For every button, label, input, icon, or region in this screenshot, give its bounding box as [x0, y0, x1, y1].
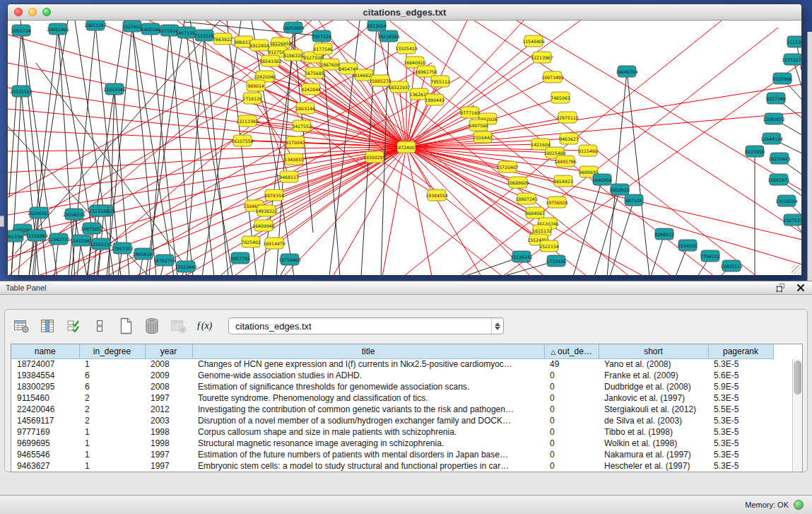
graph-node[interactable]: 2055724 [11, 25, 31, 36]
zoom-window-button[interactable] [42, 8, 51, 16]
table-row[interactable]: 977716911998Corpus callosum shape and si… [11, 426, 773, 438]
window-resize-grip[interactable] [792, 265, 801, 274]
delete-column-trash-button[interactable] [141, 316, 163, 336]
graph-node[interactable]: 12505135 [90, 238, 112, 250]
table-selector-dropdown[interactable]: citations_edges.txt [228, 317, 504, 334]
table-row[interactable]: 911546021997Tourette syndrome. Phenomeno… [11, 392, 773, 404]
graph-node[interactable]: 6497568 [469, 119, 488, 131]
citation-graph[interactable]: 7663822986012889129541822605891275051654… [8, 21, 801, 275]
graph-node[interactable]: 16782759 [153, 255, 176, 266]
graph-node[interactable]: 9684067 [525, 207, 545, 218]
table-scrollbar[interactable] [792, 359, 802, 472]
graph-node[interactable]: 1167533 [783, 214, 801, 226]
graph-node[interactable]: 8958923 [610, 184, 630, 195]
graph-node[interactable]: 2718126 [242, 93, 262, 104]
graph-node[interactable]: 16210643 [768, 153, 791, 164]
graph-node[interactable]: 11451947 [70, 235, 93, 246]
table-scrollbar-thumb[interactable] [794, 361, 801, 395]
graph-node[interactable]: 8813054 [367, 21, 387, 31]
graph-node[interactable]: 16107554 [231, 135, 254, 146]
graph-node[interactable]: 18907243 [515, 193, 538, 204]
graph-node[interactable]: 13325419 [395, 42, 418, 54]
graph-node[interactable]: 7955112 [430, 76, 450, 87]
table-row[interactable]: 1938455462009Genome-wide association stu… [11, 370, 773, 381]
graph-node[interactable]: 1117264 [787, 36, 801, 47]
select-rows-checklist-button[interactable] [63, 316, 84, 336]
graph-node[interactable]: 9468117 [279, 171, 299, 182]
graph-node[interactable]: 7625402 [241, 236, 261, 247]
minimize-window-button[interactable] [28, 8, 37, 16]
graph-node[interactable]: 10688609 [507, 177, 529, 188]
table-row[interactable]: 969969511998Structural magnetic resonanc… [11, 438, 773, 449]
graph-node[interactable]: 14938222 [255, 205, 278, 216]
graph-node[interactable]: 8215958 [745, 146, 765, 157]
column-header-pagerank[interactable]: pagerank [708, 344, 773, 358]
table-row[interactable]: 946362711997Embryonic stem cells: a mode… [11, 460, 773, 472]
graph-node[interactable]: 7794102 [700, 250, 720, 262]
graph-node[interactable]: 26206507 [28, 207, 50, 218]
column-header-title[interactable]: title [192, 344, 544, 358]
panel-collapse-handle[interactable] [0, 216, 4, 227]
graph-node[interactable]: 391334 [8, 230, 23, 242]
column-header-name[interactable]: name [11, 344, 79, 358]
graph-node[interactable]: 12213967 [531, 52, 553, 63]
graph-node[interactable]: 18495796 [554, 156, 577, 167]
graph-node[interactable]: 9654923 [553, 175, 573, 187]
new-column-button[interactable] [115, 316, 136, 336]
function-builder-button[interactable]: ƒ(x) [194, 316, 215, 336]
graph-node[interactable]: 16409948 [252, 220, 275, 231]
row-height-button[interactable] [89, 316, 110, 336]
graph-node[interactable]: 9227349 [766, 93, 786, 104]
table-row[interactable]: 1456911722003Disruption of a novel membe… [11, 415, 773, 426]
graph-node[interactable]: 9463627 [559, 133, 579, 144]
graph-node[interactable]: 15720407 [496, 161, 519, 173]
graph-node[interactable]: 1834055 [678, 240, 698, 251]
graph-node[interactable]: 2803144 [295, 103, 315, 114]
graph-node[interactable]: 15751074 [782, 54, 801, 65]
graph-node[interactable]: 12923448 [175, 261, 197, 272]
graph-node-hub[interactable]: 18724007 [395, 141, 418, 153]
graph-node[interactable]: 8177546 [313, 43, 333, 54]
graph-node[interactable]: 1733426 [546, 255, 566, 267]
graph-node[interactable]: 9857791 [230, 252, 250, 264]
column-header-short[interactable]: short [599, 344, 708, 358]
graph-node[interactable]: 16648784 [616, 66, 638, 77]
graph-node[interactable]: 1990443 [425, 94, 445, 105]
table-row[interactable]: 1872400712008Changes of HCN gene express… [11, 358, 773, 370]
network-canvas[interactable]: 7663822986012889129541822605891275051654… [8, 21, 801, 275]
graph-node[interactable]: 16914479 [263, 238, 286, 249]
graph-node[interactable]: 1340855 [284, 153, 304, 165]
table-settings-button[interactable] [11, 316, 32, 336]
graph-node[interactable]: 687159 [625, 194, 643, 206]
select-column-button[interactable] [37, 316, 58, 336]
float-panel-icon[interactable] [775, 282, 787, 293]
column-header-year[interactable]: year [145, 344, 192, 358]
graph-node[interactable]: 3675685 [305, 67, 324, 78]
graph-node[interactable]: 19756928 [546, 197, 568, 208]
graph-node[interactable]: 12444134 [760, 133, 783, 144]
close-panel-icon[interactable] [795, 282, 806, 293]
column-header-in_degree[interactable]: in_degree [79, 344, 145, 358]
graph-node[interactable]: 3427552 [292, 120, 312, 132]
graph-node[interactable]: 4170042 [286, 136, 305, 148]
graph-node[interactable]: 16543382 [259, 55, 282, 66]
graph-node[interactable]: 2522154 [539, 240, 559, 252]
table-row[interactable]: 2242004622012Investigating the contribut… [11, 404, 773, 415]
graph-node[interactable]: 8186328 [283, 49, 303, 61]
graph-node[interactable]: 989014 [247, 80, 265, 91]
close-window-button[interactable] [14, 8, 23, 16]
graph-node[interactable]: 19218586 [377, 30, 400, 42]
graph-node[interactable]: 12405113 [720, 260, 743, 271]
graph-node[interactable]: 1640954 [592, 174, 612, 185]
graph-node[interactable]: 6466160 [141, 23, 160, 35]
graph-node[interactable]: 21053346 [103, 83, 126, 95]
graph-node[interactable]: 9242844 [301, 83, 321, 95]
graph-node[interactable]: 12093872 [763, 113, 785, 124]
network-window-titlebar[interactable]: citations_edges.txt [8, 4, 801, 21]
graph-node[interactable]: 7485063 [551, 92, 570, 103]
graph-node[interactable]: 9246012 [654, 228, 674, 240]
graph-node[interactable]: 8878354 [264, 189, 284, 201]
graph-node[interactable]: 20335513 [10, 86, 33, 97]
graph-node[interactable]: 12342737 [47, 233, 70, 245]
graph-node[interactable]: 17016504 [775, 195, 798, 206]
